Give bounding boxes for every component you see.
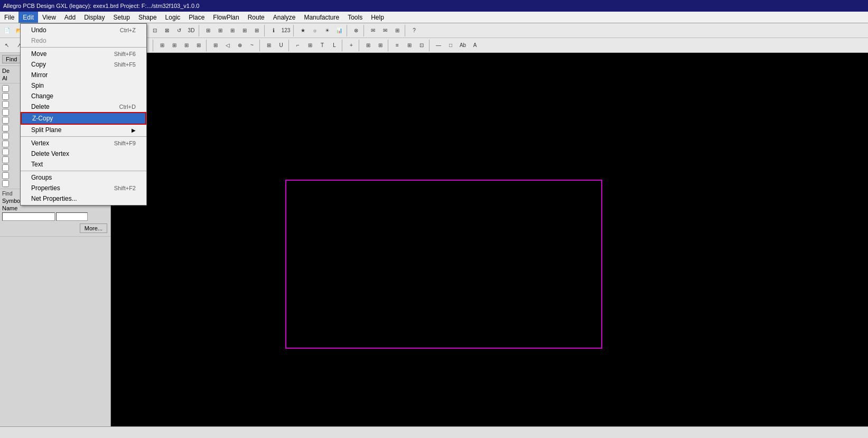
tb-3d[interactable]: 3D xyxy=(185,25,197,36)
cb2[interactable] xyxy=(2,93,9,100)
tb-btn-22[interactable]: ⊞ xyxy=(391,25,403,36)
menu-flowplan[interactable]: FlowPlan xyxy=(209,12,243,23)
tb-sep-7 xyxy=(347,25,349,36)
menu-item-undo[interactable]: Undo Ctrl+Z xyxy=(21,25,146,35)
tb2-btn-15[interactable]: ⊞ xyxy=(181,40,192,51)
tb2-btn-18[interactable]: ◁ xyxy=(222,40,234,51)
menu-item-deletevertex[interactable]: Delete Vertex xyxy=(21,148,146,159)
tb-btn-13[interactable]: ⊞ xyxy=(251,25,263,36)
tb2-btn-35[interactable]: Ab xyxy=(457,40,469,51)
tb-btn-15[interactable]: 123 xyxy=(280,25,292,36)
tb-zoom-fit[interactable]: ⊡ xyxy=(149,25,161,36)
menu-item-redo[interactable]: Redo xyxy=(21,35,146,46)
tb-btn-23[interactable]: ? xyxy=(408,25,420,36)
tb-btn-19[interactable]: ⊗ xyxy=(350,25,362,36)
cb3[interactable] xyxy=(2,101,9,108)
tb-btn-21[interactable]: ✉ xyxy=(379,25,391,36)
tb2-btn-22[interactable]: U xyxy=(275,40,287,51)
menu-item-text[interactable]: Text xyxy=(21,159,146,170)
cb8[interactable] xyxy=(2,141,9,147)
find-button[interactable]: Find xyxy=(2,55,21,63)
menu-analyze[interactable]: Analyze xyxy=(269,12,300,23)
tb2-btn-17[interactable]: ⊞ xyxy=(210,40,221,51)
title-bar: Allegro PCB Design GXL (legacy): exex1.b… xyxy=(0,0,868,12)
menu-tools[interactable]: Tools xyxy=(343,12,367,23)
menu-item-properties[interactable]: Properties Shift+F2 xyxy=(21,183,146,193)
menu-item-splitplane[interactable]: Split Plane ▶ xyxy=(21,125,146,135)
cb4[interactable] xyxy=(2,109,9,116)
tb2-btn-33[interactable]: — xyxy=(433,40,444,51)
cb9[interactable] xyxy=(2,148,9,155)
menu-item-delete[interactable]: Delete Ctrl+D xyxy=(21,101,146,112)
tb-chart[interactable]: 📊 xyxy=(333,25,345,36)
menu-display[interactable]: Display xyxy=(80,12,109,23)
tb2-btn-16[interactable]: ⊞ xyxy=(193,40,204,51)
tb2-btn-31[interactable]: ⊞ xyxy=(404,40,415,51)
menu-item-move[interactable]: Move Shift+F6 xyxy=(21,49,146,59)
symbol-input[interactable] xyxy=(2,212,55,221)
tb2-btn-1[interactable]: ↖ xyxy=(1,40,13,51)
tb2-btn-28[interactable]: ⊞ xyxy=(362,40,374,51)
tb-btn-9[interactable]: ⊞ xyxy=(202,25,214,36)
menu-item-vertex[interactable]: Vertex Shift+F9 xyxy=(21,138,146,148)
menu-setup[interactable]: Setup xyxy=(109,12,134,23)
board-outline xyxy=(285,180,602,349)
tb-btn-8[interactable]: ↺ xyxy=(173,25,185,36)
more-button[interactable]: More... xyxy=(80,223,107,233)
tb2-btn-32[interactable]: ⊡ xyxy=(416,40,427,51)
tb2-btn-29[interactable]: ⊞ xyxy=(375,40,386,51)
tb-btn-10[interactable]: ⊞ xyxy=(214,25,226,36)
menu-file[interactable]: File xyxy=(0,12,18,23)
menu-item-change[interactable]: Change xyxy=(21,91,146,101)
menu-shape[interactable]: Shape xyxy=(134,12,161,23)
menu-item-mirror[interactable]: Mirror xyxy=(21,70,146,80)
menu-edit[interactable]: Edit xyxy=(18,12,38,23)
tb2-btn-14[interactable]: ⊞ xyxy=(169,40,180,51)
tb2-btn-30[interactable]: ≡ xyxy=(391,40,403,51)
cb5[interactable] xyxy=(2,117,9,124)
tb-btn-7[interactable]: ⊠ xyxy=(161,25,173,36)
tb-btn-11[interactable]: ⊞ xyxy=(227,25,238,36)
tb2-btn-23[interactable]: ⌐ xyxy=(292,40,304,51)
menu-item-copy[interactable]: Copy Shift+F5 xyxy=(21,59,146,70)
menu-item-groups[interactable]: Groups xyxy=(21,172,146,183)
tb2-btn-27[interactable]: + xyxy=(346,40,357,51)
menu-add[interactable]: Add xyxy=(60,12,80,23)
cb12[interactable] xyxy=(2,172,9,179)
cb11[interactable] xyxy=(2,164,9,171)
menu-route[interactable]: Route xyxy=(244,12,269,23)
menu-logic[interactable]: Logic xyxy=(161,12,185,23)
tb2-btn-24[interactable]: ⊞ xyxy=(304,40,316,51)
name-input[interactable] xyxy=(56,212,88,221)
tb-btn-17[interactable]: ☼ xyxy=(309,25,321,36)
tb-btn-12[interactable]: ⊞ xyxy=(239,25,250,36)
menu-view[interactable]: View xyxy=(38,12,60,23)
tb2-btn-34[interactable]: □ xyxy=(445,40,456,51)
menu-bar: File Edit View Add Display Setup Shape L… xyxy=(0,12,868,23)
tb2-btn-13[interactable]: ⊞ xyxy=(156,40,168,51)
tb-btn-16[interactable]: ★ xyxy=(297,25,309,36)
menu-item-netproperties[interactable]: Net Properties... xyxy=(21,193,146,204)
cb1[interactable] xyxy=(2,85,9,92)
tb2-btn-19[interactable]: ⊕ xyxy=(234,40,246,51)
menu-help[interactable]: Help xyxy=(367,12,388,23)
cb10[interactable] xyxy=(2,156,9,163)
tb-sep-5 xyxy=(264,25,266,36)
tb2-sep-8 xyxy=(388,40,390,51)
tb2-btn-25[interactable]: T xyxy=(316,40,328,51)
cb6[interactable] xyxy=(2,125,9,132)
menu-item-spin[interactable]: Spin xyxy=(21,80,146,91)
tb-btn-14[interactable]: ℹ xyxy=(268,25,279,36)
tb2-btn-26[interactable]: L xyxy=(329,40,340,51)
tb-btn-18[interactable]: ☀ xyxy=(321,25,333,36)
tb-new[interactable]: 📄 xyxy=(1,25,13,36)
tb2-btn-20[interactable]: ~ xyxy=(246,40,258,51)
cb13[interactable] xyxy=(2,180,9,187)
tb-btn-20[interactable]: ✉ xyxy=(367,25,379,36)
tb2-btn-36[interactable]: A xyxy=(469,40,481,51)
menu-manufacture[interactable]: Manufacture xyxy=(300,12,343,23)
menu-place[interactable]: Place xyxy=(184,12,209,23)
tb2-btn-21[interactable]: ⊞ xyxy=(263,40,275,51)
menu-item-zcopy[interactable]: Z-Copy xyxy=(21,112,146,125)
cb7[interactable] xyxy=(2,133,9,139)
